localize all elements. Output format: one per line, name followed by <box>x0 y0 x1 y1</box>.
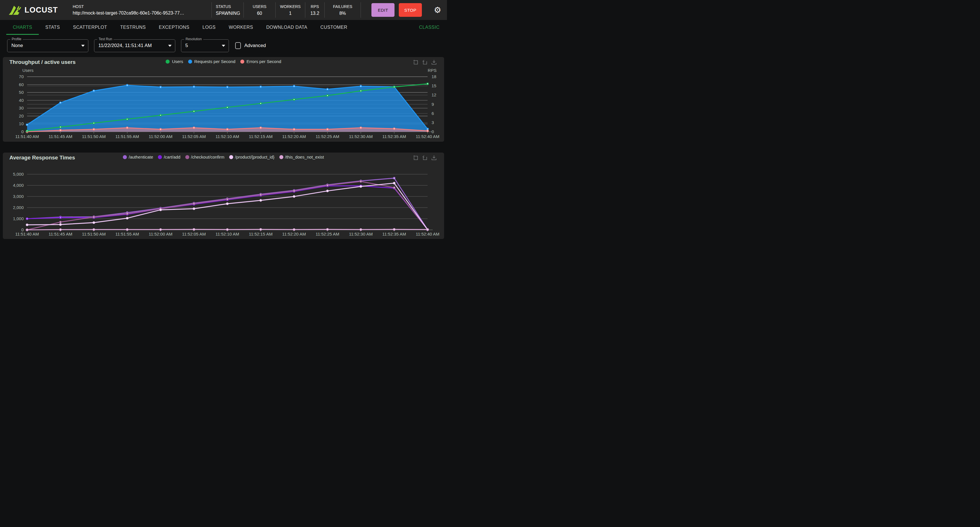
svg-text:0: 0 <box>431 129 434 134</box>
legend-item-cart-add[interactable]: /cart/add <box>158 154 180 159</box>
svg-text:11:52:00 AM: 11:52:00 AM <box>149 232 172 236</box>
locust-brand[interactable]: LOCUST <box>0 4 73 16</box>
restore-icon[interactable] <box>422 60 428 65</box>
test-run-select[interactable]: Test Run 11/22/2024, 11:51:41 AM <box>94 39 175 52</box>
test-run-select-label: Test Run <box>97 37 113 41</box>
legend-label-users: Users <box>172 59 183 64</box>
tab-charts[interactable]: CHARTS <box>6 20 39 35</box>
zoom-select-icon[interactable] <box>413 155 418 161</box>
save-image-icon[interactable] <box>431 60 437 65</box>
tab-testruns[interactable]: TESTRUNS <box>114 20 152 35</box>
svg-text:12: 12 <box>431 92 436 97</box>
tab-workers-label: WORKERS <box>229 25 253 30</box>
svg-text:3,000: 3,000 <box>13 194 24 199</box>
edit-button[interactable]: EDIT <box>371 3 395 17</box>
legend-dot-errors <box>240 60 244 64</box>
tab-scatterplot[interactable]: SCATTERPLOT <box>67 20 114 35</box>
svg-text:10: 10 <box>19 121 24 126</box>
svg-text:11:52:05 AM: 11:52:05 AM <box>182 232 206 236</box>
active-tab-underline <box>6 34 39 35</box>
svg-text:11:52:20 AM: 11:52:20 AM <box>282 134 306 139</box>
advanced-checkbox[interactable] <box>235 42 241 49</box>
tab-customer[interactable]: CUSTOMER <box>314 20 354 35</box>
response-times-chart-canvas[interactable]: 01,0002,0003,0004,0005,00011:51:40 AM11:… <box>3 153 444 239</box>
tab-download-data[interactable]: DOWNLOAD DATA <box>260 20 314 35</box>
legend-label-checkout-confirm: /checkout/confirm <box>191 154 224 159</box>
stat-status-label: STATUS <box>216 4 239 9</box>
tab-stats[interactable]: STATS <box>39 20 67 35</box>
tab-charts-label: CHARTS <box>13 25 32 30</box>
tab-logs[interactable]: LOGS <box>196 20 222 35</box>
legend-label-this-does-not-exist: /this_does_not_exist <box>285 154 324 159</box>
stat-rps: RPS 13.2 <box>305 2 325 18</box>
tab-customer-label: CUSTOMER <box>320 25 347 30</box>
stat-users: USERS 60 <box>243 2 275 18</box>
legend-dot-product <box>229 155 233 159</box>
resolution-select-label: Resolution <box>184 37 203 41</box>
stat-users-value: 60 <box>248 11 271 16</box>
legend-item-checkout-confirm[interactable]: /checkout/confirm <box>185 154 224 159</box>
filter-row: Profile None Test Run 11/22/2024, 11:51:… <box>0 35 447 56</box>
stat-status: STATUS SPAWNING <box>212 2 243 18</box>
svg-text:11:52:40 AM: 11:52:40 AM <box>415 134 439 139</box>
restore-icon[interactable] <box>422 155 428 161</box>
throughput-chart-card: 010203040506070Users0369121518RPS11:51:4… <box>3 57 444 142</box>
legend-dot-users <box>165 60 170 64</box>
svg-text:4,000: 4,000 <box>13 183 24 188</box>
svg-text:11:52:30 AM: 11:52:30 AM <box>349 232 372 236</box>
svg-text:11:51:45 AM: 11:51:45 AM <box>49 134 72 139</box>
throughput-chart-canvas[interactable]: 010203040506070Users0369121518RPS11:51:4… <box>3 57 444 142</box>
locust-logo-icon <box>8 4 22 16</box>
classic-link[interactable]: CLASSIC <box>419 20 439 35</box>
legend-dot-authenticate <box>123 155 127 159</box>
chart-toolbox <box>413 60 437 65</box>
stop-button[interactable]: STOP <box>399 3 422 17</box>
legend-item-this-does-not-exist[interactable]: /this_does_not_exist <box>279 154 324 159</box>
response-times-legend: /authenticate /cart/add /checkout/confir… <box>3 154 444 159</box>
stat-failures-value: 8% <box>329 11 356 16</box>
legend-item-errors[interactable]: Errors per Second <box>240 59 282 64</box>
stat-workers-label: WORKERS <box>280 4 301 9</box>
svg-text:40: 40 <box>19 98 24 103</box>
profile-select-value: None <box>11 43 23 48</box>
gear-icon[interactable]: ⚙ <box>434 6 441 14</box>
svg-text:11:52:25 AM: 11:52:25 AM <box>315 232 339 236</box>
resolution-select[interactable]: Resolution 5 <box>181 39 229 52</box>
legend-label-authenticate: /authenticate <box>129 154 153 159</box>
svg-text:15: 15 <box>431 83 436 88</box>
tab-workers[interactable]: WORKERS <box>222 20 259 35</box>
host-block: HOST http://mock-test-target-702ca98c-60… <box>73 4 212 16</box>
svg-text:11:52:20 AM: 11:52:20 AM <box>282 232 306 236</box>
stat-failures: FAILURES 8% <box>325 2 361 18</box>
legend-item-product[interactable]: /product/{product_id} <box>229 154 274 159</box>
profile-select-label: Profile <box>10 37 23 41</box>
svg-text:11:52:10 AM: 11:52:10 AM <box>215 134 239 139</box>
tab-bar: CHARTS STATS SCATTERPLOT TESTRUNS EXCEPT… <box>0 20 447 35</box>
legend-dot-rps <box>188 60 192 64</box>
stat-status-value: SPAWNING <box>216 11 239 16</box>
svg-text:1,000: 1,000 <box>13 216 24 221</box>
tab-stats-label: STATS <box>45 25 60 30</box>
svg-text:RPS: RPS <box>428 68 437 73</box>
svg-text:60: 60 <box>19 82 24 87</box>
svg-text:0: 0 <box>21 129 24 134</box>
stat-rps-value: 13.2 <box>309 11 320 16</box>
stat-workers-value: 1 <box>280 11 301 16</box>
svg-text:11:52:15 AM: 11:52:15 AM <box>249 232 272 236</box>
legend-item-users[interactable]: Users <box>165 59 183 64</box>
legend-dot-cart-add <box>158 155 162 159</box>
tab-exceptions[interactable]: EXCEPTIONS <box>152 20 196 35</box>
legend-label-rps: Requests per Second <box>194 59 235 64</box>
profile-select[interactable]: Profile None <box>7 39 88 52</box>
svg-text:30: 30 <box>19 105 24 110</box>
svg-text:11:52:35 AM: 11:52:35 AM <box>382 232 406 236</box>
svg-text:11:52:40 AM: 11:52:40 AM <box>415 232 439 236</box>
stat-rps-label: RPS <box>309 4 320 9</box>
zoom-select-icon[interactable] <box>413 60 418 65</box>
tab-exceptions-label: EXCEPTIONS <box>159 25 189 30</box>
throughput-legend: Users Requests per Second Errors per Sec… <box>3 59 444 64</box>
legend-item-rps[interactable]: Requests per Second <box>188 59 235 64</box>
save-image-icon[interactable] <box>431 155 437 161</box>
advanced-toggle[interactable]: Advanced <box>235 42 266 49</box>
legend-item-authenticate[interactable]: /authenticate <box>123 154 153 159</box>
